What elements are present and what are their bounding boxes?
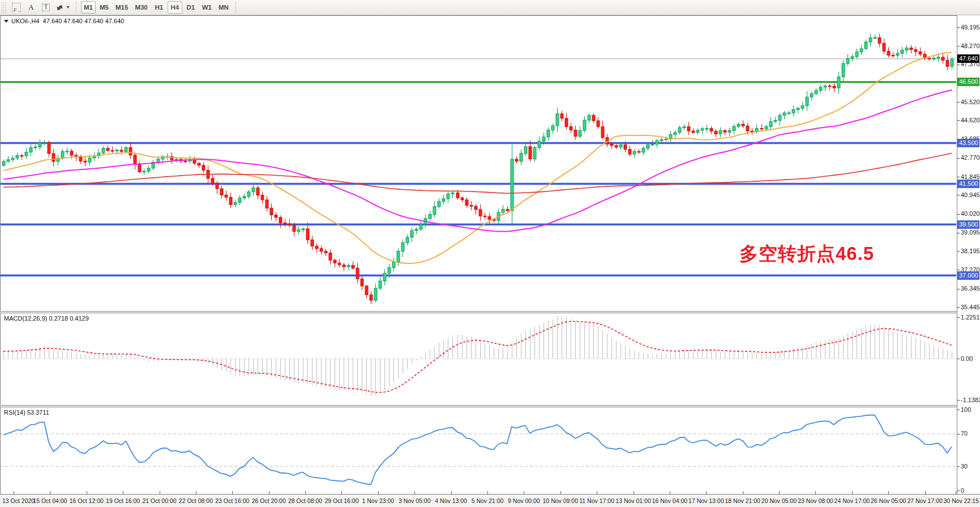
rsi-indicator-label: RSI(14) 53.3711 — [4, 409, 49, 416]
time-axis — [0, 494, 980, 507]
macd-indicator-label: MACD(12,26,9) 0.2718 0.4129 — [4, 315, 89, 322]
chart-symbol-title[interactable]: UKOil-,H4 47.640 47.640 47.640 47.640 — [4, 18, 124, 24]
mt4-window: F A T M1M5M15M30H1H4D1W1MN UKOil-,H4 47.… — [0, 0, 980, 507]
symbol-title-text: UKOil-,H4 47.640 47.640 47.640 47.640 — [11, 18, 124, 24]
collapse-triangle-icon — [4, 20, 8, 23]
chart-annotation: 多空转折点46.5 — [739, 241, 874, 267]
